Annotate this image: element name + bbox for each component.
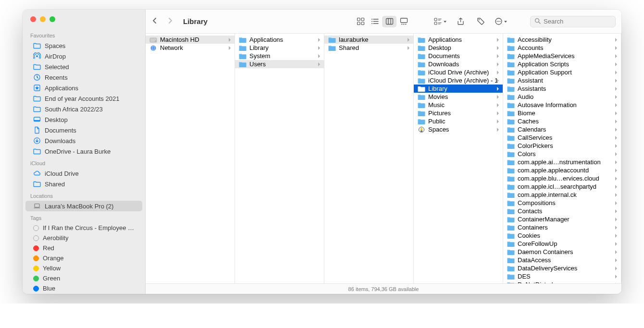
list-view-button[interactable] — [368, 16, 382, 27]
sidebar-item[interactable]: South Africa 2022/23 — [25, 104, 142, 114]
file-row[interactable]: Biome — [503, 109, 621, 117]
file-row[interactable]: ContainerManager — [503, 215, 621, 223]
file-row[interactable]: iCloud Drive (Archive) — [414, 68, 503, 76]
folder-icon — [507, 183, 515, 190]
tags-button[interactable] — [473, 16, 488, 27]
sidebar-tag[interactable]: Red — [25, 243, 142, 253]
sidebar-tag[interactable]: Green — [25, 273, 142, 283]
column-view-button[interactable] — [382, 16, 396, 27]
file-row[interactable]: Assistant — [503, 76, 621, 85]
maximize-button[interactable] — [50, 16, 55, 22]
sidebar-item[interactable]: End of year Accounts 2021 — [25, 93, 142, 104]
file-row[interactable]: Containers — [503, 223, 621, 231]
sidebar-tag[interactable]: Yellow — [25, 263, 142, 273]
sidebar-tag[interactable]: If I Ran the Circus - Employee brainstor… — [25, 223, 142, 233]
sidebar-item[interactable]: Selected — [25, 61, 142, 72]
sidebar-item[interactable]: AirDrop — [25, 51, 142, 61]
file-row[interactable]: Pictures — [414, 109, 503, 117]
search-input[interactable] — [544, 18, 611, 25]
file-row[interactable]: DataDeliveryServices — [503, 264, 621, 272]
sidebar-item[interactable]: OneDrive - Laura Burke — [25, 146, 142, 157]
file-row[interactable]: DES — [503, 272, 621, 280]
share-button[interactable] — [453, 16, 468, 27]
file-row[interactable]: System — [235, 52, 324, 60]
file-row[interactable]: Application Support — [503, 68, 621, 76]
file-row[interactable]: lauraburke — [324, 36, 413, 44]
sidebar-item[interactable]: Laura's MacBook Pro (2) — [25, 201, 142, 211]
file-row[interactable]: Downloads — [414, 60, 503, 68]
chevron-right-icon — [317, 38, 321, 42]
sidebar-item[interactable]: Spaces — [25, 40, 142, 51]
file-row[interactable]: Documents — [414, 52, 503, 60]
column-0[interactable]: Macintosh HDNetwork — [146, 34, 235, 283]
forward-button[interactable] — [167, 17, 173, 26]
column-2[interactable]: lauraburkeShared — [324, 34, 414, 283]
file-row[interactable]: Audio — [503, 93, 621, 101]
file-row[interactable]: com.apple.blu…ervices.cloud — [503, 174, 621, 182]
file-row[interactable]: iCloud Drive (Archive) - 1 — [414, 76, 503, 85]
sidebar-item[interactable]: Downloads — [25, 135, 142, 146]
sidebar-item[interactable]: Desktop — [25, 114, 142, 125]
sidebar-item[interactable]: Applications — [25, 83, 142, 93]
file-row[interactable]: Music — [414, 101, 503, 109]
file-row[interactable]: Network — [146, 44, 235, 52]
group-button[interactable] — [433, 16, 447, 27]
gallery-view-button[interactable] — [396, 16, 411, 27]
file-row[interactable]: CallServices — [503, 134, 621, 142]
file-row[interactable]: Shared — [324, 44, 413, 52]
chevron-right-icon — [496, 95, 500, 99]
file-row[interactable]: Spaces — [414, 125, 503, 134]
file-row[interactable]: Contacts — [503, 207, 621, 215]
file-row[interactable]: Accessibility — [503, 36, 621, 44]
sidebar-item[interactable]: Shared — [25, 179, 142, 189]
file-row[interactable]: Macintosh HD — [146, 36, 235, 44]
file-row[interactable]: Compositions — [503, 199, 621, 207]
file-row[interactable]: Library — [414, 85, 503, 93]
sidebar-item[interactable]: Recents — [25, 72, 142, 83]
sidebar-tag[interactable]: Aerobility — [25, 233, 142, 243]
folder-icon — [507, 69, 515, 76]
close-button[interactable] — [30, 16, 36, 22]
file-row[interactable]: Public — [414, 117, 503, 125]
folder-icon — [418, 85, 425, 92]
file-row[interactable]: Cookies — [503, 231, 621, 240]
file-row[interactable]: Movies — [414, 93, 503, 101]
file-row[interactable]: ColorPickers — [503, 142, 621, 150]
file-row[interactable]: Desktop — [414, 44, 503, 52]
column-3[interactable]: ApplicationsDesktopDocumentsDownloadsiCl… — [414, 34, 503, 283]
sidebar-item[interactable]: Documents — [25, 125, 142, 135]
search-field[interactable] — [530, 16, 616, 27]
file-row[interactable]: Application Scripts — [503, 60, 621, 68]
file-row[interactable]: Autosave Information — [503, 101, 621, 109]
file-row[interactable]: Accounts — [503, 44, 621, 52]
icon-view-button[interactable] — [353, 16, 368, 27]
file-row[interactable]: Applications — [414, 36, 503, 44]
actions-button[interactable] — [494, 16, 508, 27]
column-4[interactable]: AccessibilityAccountsAppleMediaServicesA… — [503, 34, 621, 283]
file-row[interactable]: CoreFollowUp — [503, 240, 621, 248]
file-row[interactable]: Applications — [235, 36, 324, 44]
file-row[interactable]: DoNotDisturb — [503, 280, 621, 283]
back-button[interactable] — [151, 17, 158, 26]
sidebar-item[interactable]: iCloud Drive — [25, 168, 142, 179]
file-row[interactable]: Library — [235, 44, 324, 52]
file-row[interactable]: com.apple.ai…nstrumentation — [503, 158, 621, 166]
file-row[interactable]: AppleMediaServices — [503, 52, 621, 60]
file-row[interactable]: com.apple.appleaccountd — [503, 166, 621, 174]
sidebar-tag[interactable]: Orange — [25, 253, 142, 263]
sidebar-tag[interactable]: Blue — [25, 283, 142, 293]
sidebar-item-label: Shared — [45, 181, 65, 188]
file-row[interactable]: com.apple.icl…searchpartyd — [503, 182, 621, 191]
minimize-button[interactable] — [40, 16, 46, 22]
file-row[interactable]: Users — [235, 60, 324, 68]
file-row[interactable]: Caches — [503, 117, 621, 125]
chevron-right-icon — [496, 128, 500, 132]
column-1[interactable]: ApplicationsLibrarySystemUsers — [235, 34, 324, 283]
file-row[interactable]: Calendars — [503, 125, 621, 134]
file-row[interactable]: com.apple.internal.ck — [503, 191, 621, 199]
file-row[interactable]: DataAccess — [503, 256, 621, 264]
file-row[interactable]: Daemon Containers — [503, 248, 621, 256]
file-row[interactable]: Colors — [503, 150, 621, 158]
file-row[interactable]: Assistants — [503, 85, 621, 93]
airdrop-icon — [33, 52, 41, 60]
